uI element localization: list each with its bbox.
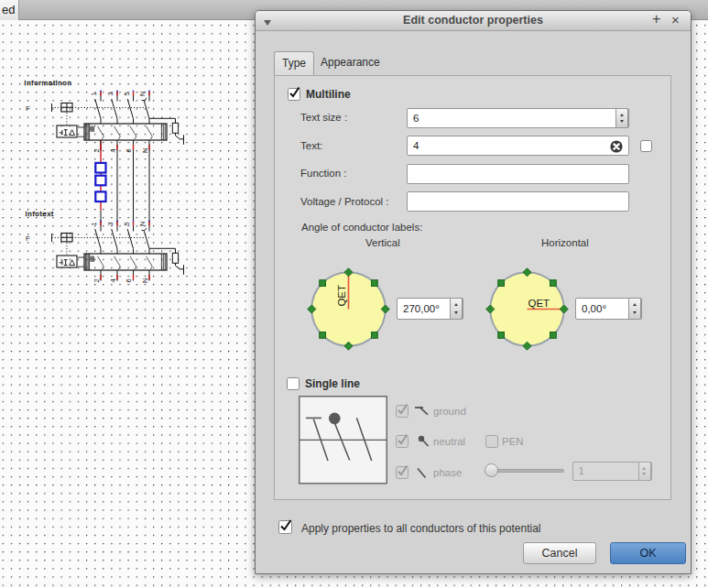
svg-text:Infotext: Infotext <box>26 210 55 218</box>
svg-text:Informatinon: Informatinon <box>24 79 71 87</box>
svg-text:QET: QET <box>336 285 347 307</box>
svg-text:QET: QET <box>528 298 550 309</box>
